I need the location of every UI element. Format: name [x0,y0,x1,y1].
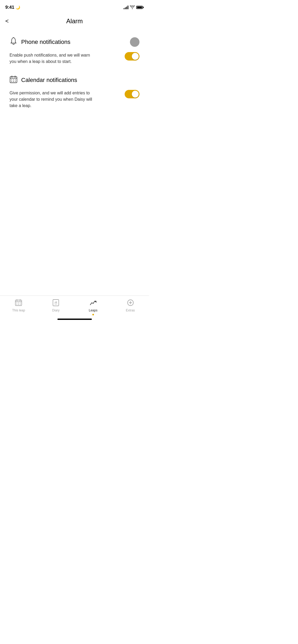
signal-bars-icon [124,6,128,9]
phone-notifications-header: Phone notifications [10,37,139,47]
extras-icon [127,299,134,307]
svg-point-15 [16,303,17,303]
svg-point-19 [18,304,19,305]
tab-leaps[interactable]: Leaps [75,299,112,315]
leaps-icon [89,299,97,307]
phone-notifications-title: Phone notifications [21,39,70,45]
phone-notifications-section: Phone notifications Enable push notifica… [10,37,139,65]
calendar-notifications-section: Calendar notifications Give permission, … [10,75,139,109]
notification-permission-indicator [130,37,139,47]
calendar-notifications-title-row: Calendar notifications [10,75,139,85]
calendar-icon [10,75,17,85]
svg-point-7 [15,80,16,80]
tab-bar: This leap Diary Leaps [0,296,149,322]
tab-extras[interactable]: Extras [112,299,149,312]
page-title: Alarm [66,17,83,25]
svg-point-9 [13,81,14,82]
phone-notifications-description: Enable push notifications, and we will w… [10,52,94,65]
diary-icon [52,299,60,307]
phone-notifications-toggle[interactable] [125,52,139,61]
calendar-notifications-description: Give permission, and we will add entries… [10,90,94,109]
tab-leaps-dot [92,314,94,315]
wifi-icon [130,5,135,10]
calendar-notifications-toggle-row: Give permission, and we will add entries… [10,88,139,109]
phone-notifications-toggle-row: Enable push notifications, and we will w… [10,50,139,65]
tab-this-leap[interactable]: This leap [0,299,37,312]
tab-diary[interactable]: Diary [37,299,75,312]
svg-point-20 [20,304,21,305]
tab-this-leap-label: This leap [12,309,25,312]
svg-point-5 [11,80,12,80]
svg-point-18 [16,304,17,305]
status-icons [124,5,144,10]
battery-icon [136,6,144,9]
moon-icon: 🌙 [16,5,20,10]
svg-point-8 [11,81,12,82]
status-time: 9:41 [5,5,14,10]
tab-leaps-label: Leaps [89,309,98,312]
svg-point-16 [18,303,19,303]
home-indicator [57,319,92,320]
tab-extras-label: Extras [126,309,135,312]
svg-point-6 [13,80,14,80]
calendar-notifications-toggle[interactable] [125,90,139,98]
svg-point-10 [15,81,16,82]
status-bar: 9:41 🌙 [0,0,149,13]
this-leap-icon [15,299,22,307]
phone-notifications-title-row: Phone notifications [10,37,70,47]
svg-rect-21 [53,300,59,306]
back-button[interactable]: < [5,18,9,24]
bell-icon [10,37,17,47]
tab-diary-label: Diary [52,309,60,312]
svg-point-0 [13,37,14,38]
calendar-notifications-title: Calendar notifications [21,77,77,84]
header: < Alarm [0,13,149,29]
content: Phone notifications Enable push notifica… [0,32,149,125]
svg-point-17 [20,303,21,303]
